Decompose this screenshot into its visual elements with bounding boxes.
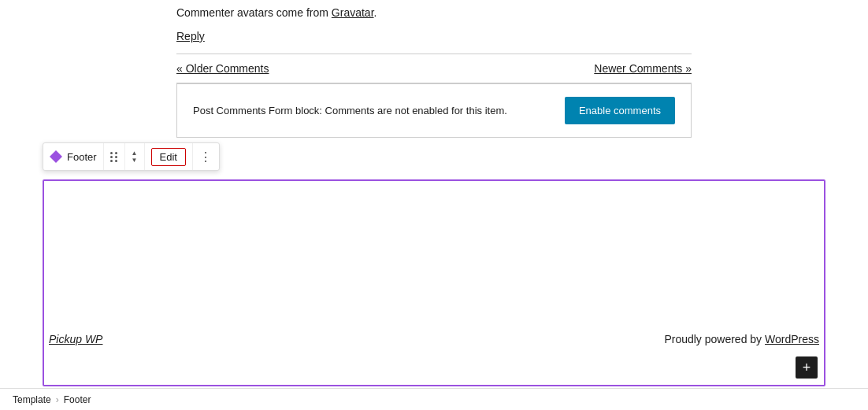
- footer-block-icon: [50, 150, 62, 163]
- newer-comments-link[interactable]: Newer Comments »: [594, 62, 692, 75]
- breadcrumb-template: Template: [13, 394, 51, 405]
- comment-form-box: Post Comments Form block: Comments are n…: [176, 83, 692, 138]
- add-block-button[interactable]: +: [796, 356, 818, 379]
- drag-handle[interactable]: [104, 143, 125, 170]
- reply-link[interactable]: Reply: [176, 30, 692, 42]
- block-toolbar: Footer ▲ ▼ Edit ⋮: [43, 142, 220, 171]
- enable-comments-button[interactable]: Enable comments: [565, 97, 675, 124]
- more-options-icon: ⋮: [199, 150, 213, 164]
- edit-button-container[interactable]: Edit: [145, 143, 193, 170]
- block-type-icon: Footer: [43, 143, 104, 170]
- more-options[interactable]: ⋮: [193, 143, 219, 170]
- wordpress-link[interactable]: WordPress: [765, 333, 819, 345]
- footer-site-name[interactable]: Pickup WP: [49, 333, 102, 345]
- breadcrumb-bar: Template › Footer: [0, 388, 868, 410]
- footer-powered-text: Proudly powered by WordPress: [664, 333, 819, 345]
- footer-content: Pickup WP Proudly powered by WordPress: [44, 333, 824, 345]
- gravatar-text: Commenter avatars come from Gravatar.: [176, 0, 692, 19]
- breadcrumb-separator: ›: [56, 394, 59, 405]
- drag-icon: [110, 152, 118, 162]
- move-arrows[interactable]: ▲ ▼: [125, 143, 145, 170]
- main-content: Commenter avatars come from Gravatar. Re…: [0, 0, 868, 138]
- block-label: Footer: [67, 151, 97, 163]
- gravatar-link[interactable]: Gravatar: [332, 6, 374, 19]
- edit-button[interactable]: Edit: [151, 148, 186, 166]
- breadcrumb-footer: Footer: [64, 394, 91, 405]
- footer-block: Pickup WP Proudly powered by WordPress +: [43, 179, 825, 386]
- pagination-row: « Older Comments Newer Comments »: [176, 54, 692, 83]
- older-comments-link[interactable]: « Older Comments: [176, 62, 269, 75]
- arrows-icon: ▲ ▼: [132, 150, 138, 164]
- comment-form-notice: Post Comments Form block: Comments are n…: [193, 105, 507, 116]
